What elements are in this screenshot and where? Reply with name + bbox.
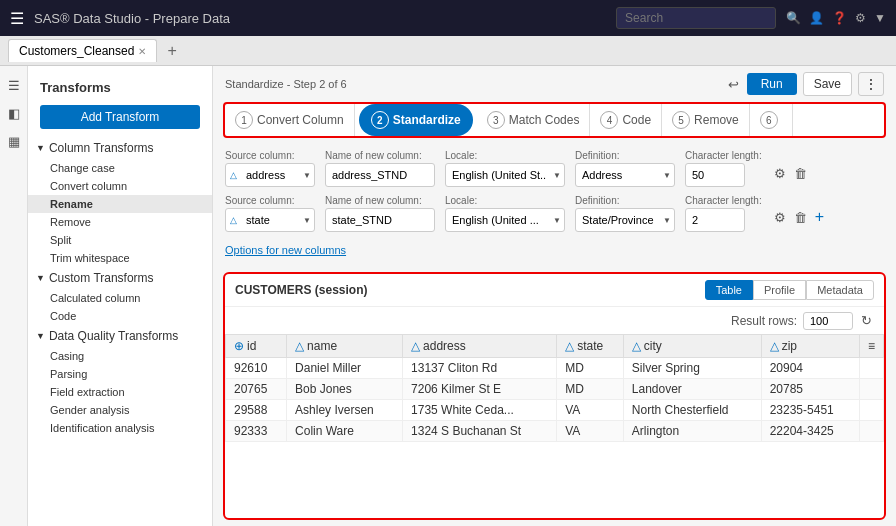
locale-group-2: Locale: English (United ... (445, 195, 565, 232)
step-label-3: Match Codes (509, 113, 580, 127)
content-area: Standardize - Step 2 of 6 ↩ Run Save ⋮ 1… (213, 66, 896, 526)
col-header-name[interactable]: △name (287, 335, 403, 358)
tab-table-btn[interactable]: Table (705, 280, 753, 300)
add-tab-button[interactable]: + (161, 40, 182, 62)
delete-row-btn-1[interactable]: 🗑 (792, 164, 809, 183)
name-col-input-2[interactable] (325, 208, 435, 232)
col-header-state[interactable]: △state (557, 335, 624, 358)
session-section: CUSTOMERS (session) Table Profile Metada… (223, 272, 886, 520)
plan-step-4[interactable]: 4 Code (590, 104, 662, 136)
save-button[interactable]: Save (803, 72, 852, 96)
settings-row-btn-2[interactable]: ⚙ (772, 208, 788, 227)
collapse-icon-2: ▼ (36, 273, 45, 283)
tab-profile-btn[interactable]: Profile (753, 280, 806, 300)
sidebar-item-field-extraction[interactable]: Field extraction (28, 383, 212, 401)
sidebar-item-casing[interactable]: Casing (28, 347, 212, 365)
result-label: Result rows: (731, 314, 797, 328)
options-link[interactable]: Options for new columns (225, 240, 346, 260)
row-actions-1: ⚙ 🗑 (772, 164, 809, 183)
add-row-button[interactable]: + (813, 206, 826, 228)
cell-city: Arlington (623, 421, 761, 442)
form-area: Source column: address Name of new colum… (213, 144, 896, 266)
nav-icon-2[interactable]: ◧ (3, 102, 25, 124)
name-col-label-2: Name of new column: (325, 195, 435, 206)
result-row: Result rows: ↻ (225, 307, 884, 334)
col-header-more[interactable]: ≡ (859, 335, 883, 358)
char-input-2[interactable] (685, 208, 745, 232)
sidebar-item-remove[interactable]: Remove (28, 213, 212, 231)
section-data-quality[interactable]: ▼ Data Quality Transforms (28, 325, 212, 347)
cell-id: 92333 (226, 421, 287, 442)
session-header: CUSTOMERS (session) Table Profile Metada… (225, 274, 884, 307)
table-wrap: ⊕id △name △address △state △city △zip ≡ 9… (225, 334, 884, 518)
hamburger-icon[interactable]: ☰ (10, 9, 24, 28)
col-header-city[interactable]: △city (623, 335, 761, 358)
def-label-2: Definition: (575, 195, 675, 206)
sidebar-item-split[interactable]: Split (28, 231, 212, 249)
top-bar: ☰ SAS® Data Studio - Prepare Data 🔍 👤 ❓ … (0, 0, 896, 36)
def-select-wrap-1: Address (575, 163, 675, 187)
plan-step-6[interactable]: 6 (750, 104, 793, 136)
step-num-1: 1 (235, 111, 253, 129)
sidebar-item-convert-column[interactable]: Convert column (28, 177, 212, 195)
run-button[interactable]: Run (747, 73, 797, 95)
char-input-1[interactable] (685, 163, 745, 187)
cell-state: MD (557, 358, 624, 379)
source-col-group-2: Source column: state (225, 195, 315, 232)
col-header-address[interactable]: △address (403, 335, 557, 358)
more-menu-button[interactable]: ⋮ (858, 72, 884, 96)
source-col-select-wrap-1: address (225, 163, 315, 187)
source-col-select-1[interactable]: address (225, 163, 315, 187)
sidebar-item-trim-whitespace[interactable]: Trim whitespace (28, 249, 212, 267)
cell-city: Silver Spring (623, 358, 761, 379)
step-num-5: 5 (672, 111, 690, 129)
source-col-select-2[interactable]: state (225, 208, 315, 232)
delete-row-btn-2[interactable]: 🗑 (792, 208, 809, 227)
sidebar-item-rename[interactable]: Rename (28, 195, 212, 213)
plan-step-5[interactable]: 5 Remove (662, 104, 750, 136)
sidebar-item-identification-analysis[interactable]: Identification analysis (28, 419, 212, 437)
app-title: SAS® Data Studio - Prepare Data (34, 11, 606, 26)
locale-label-1: Locale: (445, 150, 565, 161)
refresh-button[interactable]: ↻ (859, 311, 874, 330)
source-col-group-1: Source column: address (225, 150, 315, 187)
section-column-transforms[interactable]: ▼ Column Transforms (28, 137, 212, 159)
col-header-id[interactable]: ⊕id (226, 335, 287, 358)
def-select-1[interactable]: Address (575, 163, 675, 187)
search-input[interactable] (616, 7, 776, 29)
name-col-input-1[interactable] (325, 163, 435, 187)
result-value-input[interactable] (803, 312, 853, 330)
search-icon[interactable]: 🔍 (786, 11, 801, 25)
step-header: Standardize - Step 2 of 6 ↩ Run Save ⋮ (213, 66, 896, 102)
settings-row-btn-1[interactable]: ⚙ (772, 164, 788, 183)
plan-step-3[interactable]: 3 Match Codes (477, 104, 591, 136)
cell-name: Ashley Iversen (287, 400, 403, 421)
name-col-group-2: Name of new column: (325, 195, 435, 232)
locale-group-1: Locale: English (United St... (445, 150, 565, 187)
user-icon[interactable]: 👤 (809, 11, 824, 25)
sidebar-item-parsing[interactable]: Parsing (28, 365, 212, 383)
sidebar-item-code[interactable]: Code (28, 307, 212, 325)
sidebar-item-gender-analysis[interactable]: Gender analysis (28, 401, 212, 419)
nav-icon-1[interactable]: ☰ (3, 74, 25, 96)
def-select-2[interactable]: State/Province (Abbrev... (575, 208, 675, 232)
nav-icon-3[interactable]: ▦ (3, 130, 25, 152)
locale-select-1[interactable]: English (United St... (445, 163, 565, 187)
settings-icon[interactable]: ⚙ (855, 11, 866, 25)
locale-select-2[interactable]: English (United ... (445, 208, 565, 232)
plan-step-1[interactable]: 1 Convert Column (225, 104, 355, 136)
plan-steps-bar: 1 Convert Column 2 Standardize 3 Match C… (223, 102, 886, 138)
help-icon[interactable]: ❓ (832, 11, 847, 25)
col-header-zip[interactable]: △zip (761, 335, 859, 358)
tab-metadata-btn[interactable]: Metadata (806, 280, 874, 300)
undo-button[interactable]: ↩ (726, 75, 741, 94)
sidebar-item-change-case[interactable]: Change case (28, 159, 212, 177)
plan-step-2[interactable]: 2 Standardize (359, 104, 473, 136)
tab-bar: Customers_Cleansed ✕ + (0, 36, 896, 66)
tab-close-icon[interactable]: ✕ (138, 46, 146, 57)
add-transform-button[interactable]: Add Transform (40, 105, 200, 129)
sidebar-item-calculated-column[interactable]: Calculated column (28, 289, 212, 307)
tab-customers-cleansed[interactable]: Customers_Cleansed ✕ (8, 39, 157, 62)
dropdown-icon[interactable]: ▼ (874, 11, 886, 25)
section-custom-transforms[interactable]: ▼ Custom Transforms (28, 267, 212, 289)
